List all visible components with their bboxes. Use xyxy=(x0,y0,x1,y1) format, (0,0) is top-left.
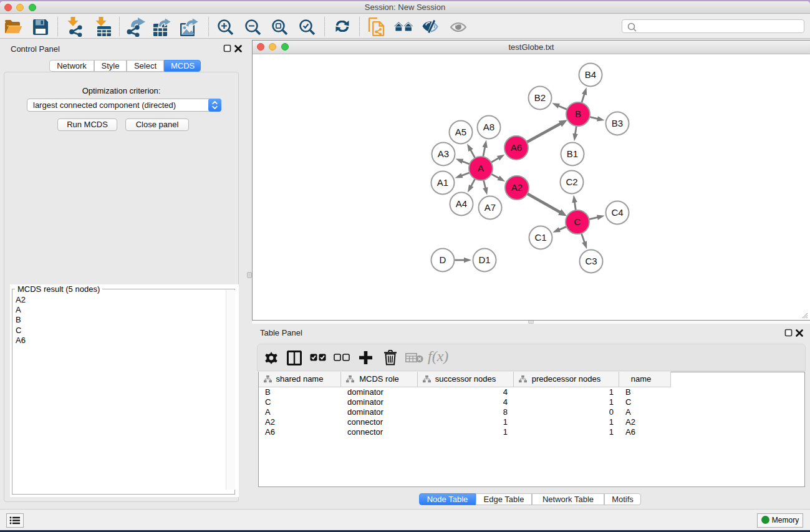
svg-text:D: D xyxy=(440,254,446,265)
svg-text:A7: A7 xyxy=(485,202,496,213)
svg-text:C2: C2 xyxy=(566,177,577,187)
svg-text:A5: A5 xyxy=(455,127,466,137)
svg-text:A1: A1 xyxy=(437,177,448,188)
svg-text:C1: C1 xyxy=(534,232,546,243)
svg-text:C4: C4 xyxy=(611,207,623,218)
svg-text:B: B xyxy=(575,109,581,119)
svg-text:A6: A6 xyxy=(511,142,522,153)
svg-text:D1: D1 xyxy=(478,254,490,265)
svg-text:A: A xyxy=(478,163,484,173)
svg-text:C: C xyxy=(574,216,581,227)
svg-text:B1: B1 xyxy=(567,148,578,159)
svg-text:B3: B3 xyxy=(612,118,623,128)
svg-text:B2: B2 xyxy=(534,92,546,103)
svg-text:A3: A3 xyxy=(438,148,449,159)
svg-text:A2: A2 xyxy=(511,182,523,193)
svg-text:A8: A8 xyxy=(483,122,494,132)
svg-text:A4: A4 xyxy=(456,198,467,209)
svg-text:B4: B4 xyxy=(585,69,596,80)
svg-text:C3: C3 xyxy=(585,256,597,266)
